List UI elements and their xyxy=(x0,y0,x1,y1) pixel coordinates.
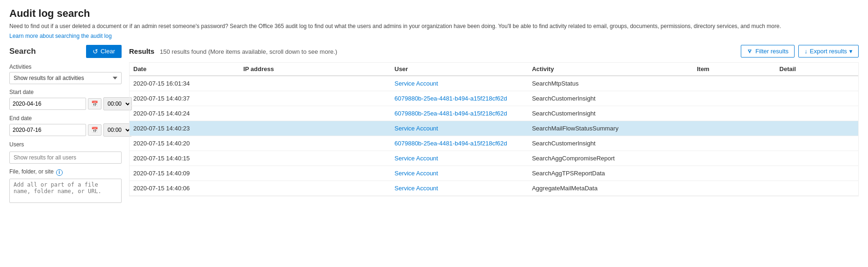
results-title-area: Results 150 results found (More items av… xyxy=(129,47,337,55)
cell-date: 2020-07-15 14:40:06 xyxy=(130,180,239,195)
export-icon: ↓ xyxy=(804,48,808,55)
activities-select[interactable]: Show results for all activities xyxy=(9,72,122,84)
results-actions: ⛛ Filter results ↓ Export results ▾ xyxy=(741,45,859,58)
cell-detail xyxy=(776,151,858,166)
right-panel: Results 150 results found (More items av… xyxy=(129,45,859,204)
end-date-input[interactable] xyxy=(9,124,86,136)
end-date-label: End date xyxy=(9,115,122,122)
user-link[interactable]: Service Account xyxy=(395,80,438,87)
cell-activity: SearchCustomerInsight xyxy=(528,106,693,121)
cell-detail xyxy=(776,180,858,195)
cell-date: 2020-07-15 14:40:23 xyxy=(130,121,239,136)
users-input[interactable] xyxy=(9,152,122,164)
cell-activity: SearchMtpStatus xyxy=(528,76,693,91)
export-label: Export results xyxy=(810,48,847,55)
table-row[interactable]: 2020-07-15 14:40:09Service AccountSearch… xyxy=(130,166,858,180)
end-date-calendar-button[interactable]: 📅 xyxy=(88,124,101,136)
cell-date: 2020-07-15 14:40:20 xyxy=(130,136,239,151)
table-row[interactable]: 2020-07-15 14:40:246079880b-25ea-4481-b4… xyxy=(130,106,858,121)
table-body: 2020-07-15 16:01:34Service AccountSearch… xyxy=(130,76,858,196)
cell-user[interactable]: 6079880b-25ea-4481-b494-a15f218cf62d xyxy=(391,91,528,106)
results-table: Date IP address User Activity Item Detai… xyxy=(130,63,858,196)
calendar-icon-end: 📅 xyxy=(91,127,98,133)
cell-ip xyxy=(239,151,391,166)
refresh-icon: ↺ xyxy=(93,48,98,55)
cell-item xyxy=(693,151,775,166)
cell-date: 2020-07-15 14:40:24 xyxy=(130,106,239,121)
user-link[interactable]: 6079880b-25ea-4481-b494-a15f218cf62d xyxy=(395,110,507,117)
start-date-label: Start date xyxy=(9,89,122,95)
cell-activity: SearchCustomerInsight xyxy=(528,136,693,151)
results-scroll-wrapper[interactable]: Date IP address User Activity Item Detai… xyxy=(129,62,859,196)
start-time-select[interactable]: 00:00 xyxy=(103,97,132,110)
cell-activity: SearchAggCompromiseReport xyxy=(528,151,693,166)
users-label: Users xyxy=(9,141,122,148)
user-link[interactable]: Service Account xyxy=(395,185,438,192)
results-count: 150 results found (More items available,… xyxy=(160,48,337,55)
filter-results-button[interactable]: ⛛ Filter results xyxy=(741,45,795,58)
cell-ip xyxy=(239,91,391,106)
page-container: Audit log search Need to find out if a u… xyxy=(0,0,868,212)
cell-user[interactable]: Service Account xyxy=(391,151,528,166)
cell-item xyxy=(693,76,775,91)
cell-ip xyxy=(239,166,391,180)
cell-item xyxy=(693,91,775,106)
main-layout: Search ↺ Clear Activities Show results f… xyxy=(9,45,859,204)
table-header: Date IP address User Activity Item Detai… xyxy=(130,63,858,76)
cell-activity: SearchMailFlowStatusSummary xyxy=(528,121,693,136)
end-date-field: End date 📅 00:00 xyxy=(9,115,122,137)
page-subtitle: Need to find out if a user deleted a doc… xyxy=(9,22,859,30)
cell-detail xyxy=(776,91,858,106)
table-row[interactable]: 2020-07-15 14:40:06Service AccountAggreg… xyxy=(130,180,858,195)
clear-label: Clear xyxy=(101,48,115,55)
cell-detail xyxy=(776,106,858,121)
user-link[interactable]: 6079880b-25ea-4481-b494-a15f218cf62d xyxy=(395,95,507,102)
file-field: File, folder, or site i xyxy=(9,168,122,204)
user-link[interactable]: Service Account xyxy=(395,170,438,177)
table-row[interactable]: 2020-07-15 14:40:23Service AccountSearch… xyxy=(130,121,858,136)
cell-date: 2020-07-15 14:40:09 xyxy=(130,166,239,180)
results-title: Results xyxy=(129,47,154,55)
table-row[interactable]: 2020-07-15 16:01:34Service AccountSearch… xyxy=(130,76,858,91)
col-header-ip: IP address xyxy=(239,63,391,76)
calendar-icon: 📅 xyxy=(91,101,98,107)
filter-icon: ⛛ xyxy=(747,48,753,55)
user-link[interactable]: Service Account xyxy=(395,155,438,162)
cell-user[interactable]: 6079880b-25ea-4481-b494-a15f218cf62d xyxy=(391,136,528,151)
cell-detail xyxy=(776,136,858,151)
activities-field: Activities Show results for all activiti… xyxy=(9,64,122,84)
file-textarea[interactable] xyxy=(9,179,122,203)
table-row[interactable]: 2020-07-15 14:40:376079880b-25ea-4481-b4… xyxy=(130,91,858,106)
cell-ip xyxy=(239,136,391,151)
col-header-activity: Activity xyxy=(528,63,693,76)
cell-user[interactable]: Service Account xyxy=(391,180,528,195)
clear-button[interactable]: ↺ Clear xyxy=(86,45,122,58)
table-row[interactable]: 2020-07-15 14:40:15Service AccountSearch… xyxy=(130,151,858,166)
user-link[interactable]: 6079880b-25ea-4481-b494-a15f218cf62d xyxy=(395,140,507,147)
export-results-button[interactable]: ↓ Export results ▾ xyxy=(798,45,859,58)
cell-user[interactable]: Service Account xyxy=(391,121,528,136)
search-header: Search ↺ Clear xyxy=(9,45,122,58)
cell-item xyxy=(693,136,775,151)
cell-detail xyxy=(776,76,858,91)
end-time-select[interactable]: 00:00 xyxy=(103,123,132,137)
cell-date: 2020-07-15 14:40:15 xyxy=(130,151,239,166)
table-row[interactable]: 2020-07-15 14:40:206079880b-25ea-4481-b4… xyxy=(130,136,858,151)
results-header: Results 150 results found (More items av… xyxy=(129,45,859,58)
info-icon[interactable]: i xyxy=(56,169,63,176)
search-title: Search xyxy=(9,47,36,56)
cell-ip xyxy=(239,76,391,91)
cell-user[interactable]: 6079880b-25ea-4481-b494-a15f218cf62d xyxy=(391,106,528,121)
col-header-date: Date xyxy=(130,63,239,76)
cell-item xyxy=(693,121,775,136)
learn-more-link[interactable]: Learn more about searching the audit log xyxy=(9,33,112,39)
user-link[interactable]: Service Account xyxy=(395,125,438,132)
activities-label: Activities xyxy=(9,64,122,70)
start-date-input[interactable] xyxy=(9,98,86,110)
start-date-calendar-button[interactable]: 📅 xyxy=(88,98,101,109)
cell-user[interactable]: Service Account xyxy=(391,76,528,91)
start-date-row: 📅 00:00 xyxy=(9,97,122,110)
cell-user[interactable]: Service Account xyxy=(391,166,528,180)
file-label: File, folder, or site xyxy=(9,168,54,175)
filter-label: Filter results xyxy=(755,48,788,55)
